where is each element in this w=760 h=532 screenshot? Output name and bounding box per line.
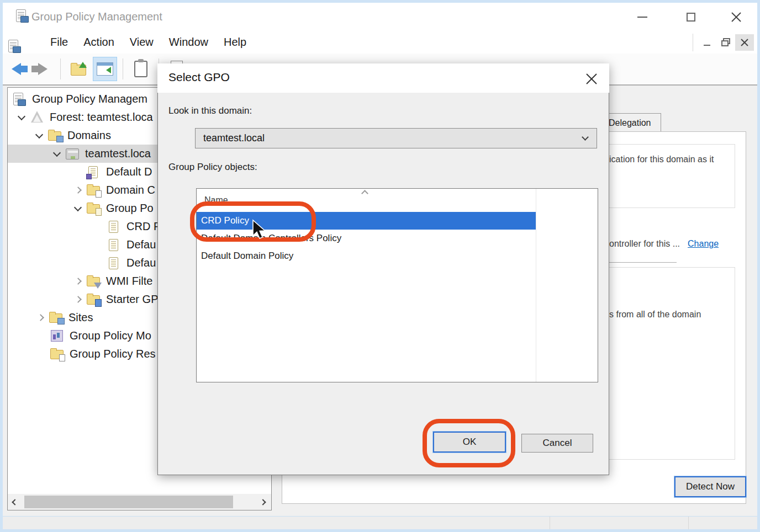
tree-item-label: Group Policy Managem [32,93,147,105]
gpo-icon [107,220,122,234]
gpm-icon [12,92,28,107]
chevron-expanded-icon[interactable] [49,146,65,162]
tree-item-label: CRD P [126,220,161,233]
close-icon [731,12,742,23]
forest-icon [30,110,45,125]
properties-button[interactable] [129,57,153,81]
mouse-cursor [252,219,268,240]
chevron-down-icon [582,134,589,141]
child-close-icon [741,39,748,46]
tree-item-label: Forest: teamtest.loca [50,111,153,124]
console-tree-icon [97,62,113,76]
detect-now-label: Detect Now [686,481,735,492]
status-text-fragment-2: ontroller for this ... [609,239,680,249]
tree-item-label: Group Policy Mo [70,329,151,342]
tree-item-label: Domain C [106,184,155,196]
chevron-collapsed-icon[interactable] [70,291,86,308]
gpo-icon [107,238,122,252]
tree-item-label: Starter GP [106,293,158,306]
list-item-label: Default Domain Policy [201,251,293,262]
ou-folder-icon [86,183,102,198]
menubar: File Action View Window Help [3,30,757,54]
scrollbar-thumb[interactable] [24,496,233,508]
forward-icon [38,63,48,75]
console-icon [7,39,23,54]
column-divider [536,189,536,382]
annotation-circle-ok [423,419,515,467]
tree-item-label: Sites [68,311,93,324]
domain-combobox-value: teamtest.local [203,132,583,144]
dialog-close-icon [585,73,598,85]
chevron-collapsed-icon[interactable] [32,310,49,326]
window-title: Group Policy Management [31,10,162,23]
console-tree-toggle-button[interactable] [93,57,117,81]
up-level-icon [70,62,87,76]
clipboard-icon [134,61,147,77]
domain-combobox[interactable]: teamtest.local [195,128,597,148]
cancel-label: Cancel [543,438,572,449]
tab-label: Delegation [609,118,651,128]
sort-ascending-icon [361,190,368,197]
list-item-default-domain-policy[interactable]: Default Domain Policy [197,247,536,265]
gpo-icon [107,256,122,270]
status-text-fragment-1: ication for this domain as it [609,155,714,164]
wmi-filters-folder-icon [86,274,102,289]
app-icon [15,9,30,23]
group-policy-management-window: Group Policy Management File Action View… [0,0,760,532]
look-in-domain-label: Look in this domain: [168,105,252,116]
tree-horizontal-scrollbar[interactable] [8,494,271,510]
detect-now-button[interactable]: Detect Now [674,476,746,497]
scroll-right-icon[interactable] [256,495,270,509]
tree-item-label: Default D [106,166,152,178]
baseline-dc-row: ontroller for this ... Change [609,239,719,249]
tree-item-label: Group Policy Res [70,348,156,360]
menu-view[interactable]: View [122,33,161,52]
tree-item-label: teamtest.loca [85,147,151,160]
gp-results-folder-icon [50,347,65,361]
tree-item-label: WMI Filte [106,275,152,288]
starter-gpos-folder-icon [86,292,102,307]
statusbar [3,516,757,529]
child-window-controls [693,34,754,51]
sites-folder-icon [49,311,64,325]
gpo-link-icon [86,165,102,179]
tree-item-label: Defau [126,257,156,269]
menu-window[interactable]: Window [161,33,216,52]
window-titlebar: Group Policy Management [3,3,757,30]
child-minimize-button[interactable] [698,34,716,51]
minimize-button[interactable] [627,7,658,27]
chevron-collapsed-icon[interactable] [70,182,86,199]
change-link[interactable]: Change [688,239,719,249]
chevron-expanded-icon[interactable] [13,109,30,126]
maximize-button[interactable] [675,7,706,27]
menu-file[interactable]: File [43,33,76,52]
back-icon [12,63,21,75]
close-button[interactable] [721,7,752,27]
gpo-folder-icon [86,201,102,216]
cancel-button[interactable]: Cancel [521,434,593,453]
restore-icon [721,38,730,47]
status-text-fragment-3: s from all of the domain [609,310,701,320]
chevron-expanded-icon[interactable] [31,127,48,144]
forward-button[interactable] [30,57,55,81]
domain-icon [65,147,81,161]
domains-folder-icon [48,129,63,143]
chevron-expanded-icon[interactable] [70,200,86,217]
up-level-button[interactable] [66,57,91,81]
dialog-close-button[interactable] [579,68,604,90]
tree-item-label: Domains [67,129,111,142]
tree-item-label: Group Po [106,202,154,215]
gp-modeling-icon [50,329,65,343]
tree-item-label: Defau [126,238,156,251]
dialog-title: Select GPO [168,71,230,84]
scroll-left-icon[interactable] [8,495,22,509]
child-close-button[interactable] [735,34,754,51]
menu-help[interactable]: Help [216,33,254,52]
chevron-collapsed-icon[interactable] [70,273,86,290]
menu-action[interactable]: Action [76,33,122,52]
back-button[interactable] [4,57,28,81]
gpo-objects-label: Group Policy objects: [168,162,257,173]
child-restore-button[interactable] [716,34,735,51]
